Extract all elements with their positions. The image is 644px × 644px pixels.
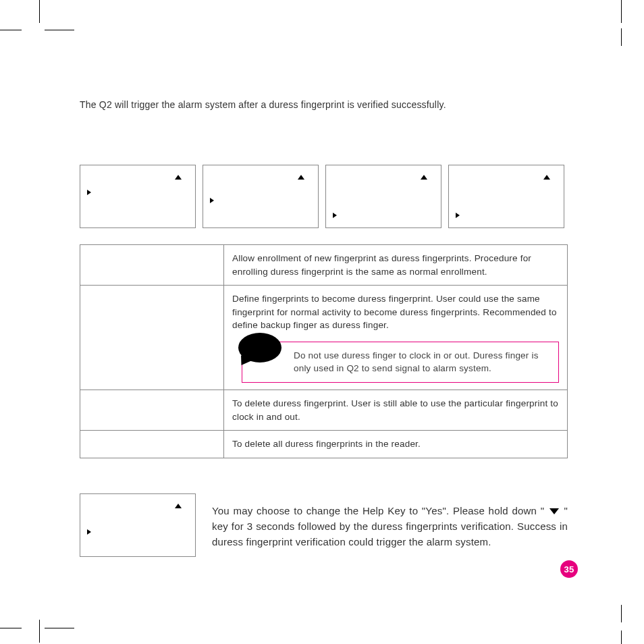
menu-screen-1 [80, 165, 196, 228]
help-key-paragraph: You may choose to change the Help Key to… [212, 493, 568, 550]
row-label [80, 245, 224, 286]
menu-screen-3 [325, 165, 441, 228]
menu-screens-row [80, 165, 568, 228]
triangle-up-icon [298, 175, 304, 180]
callout-text: Do not use duress finger to clock in or … [294, 350, 539, 374]
help-text-pre: You may choose to change the Help Key to… [212, 505, 548, 516]
row-desc: To delete all duress fingerprints in the… [224, 431, 568, 458]
table-row: To delete all duress fingerprints in the… [80, 431, 568, 458]
triangle-up-icon [543, 175, 550, 180]
speech-bubble-icon [238, 333, 281, 363]
triangle-up-icon [421, 175, 427, 180]
menu-screen-help [80, 493, 196, 557]
lower-section: You may choose to change the Help Key to… [80, 493, 568, 557]
menu-screen-4 [448, 165, 564, 228]
feature-table: Allow enrollment of new fingerprint as d… [80, 244, 568, 458]
row-desc: Define fingerprints to become duress fin… [224, 286, 568, 390]
row-label [80, 431, 224, 458]
triangle-right-icon [87, 529, 91, 535]
triangle-right-icon [87, 190, 91, 195]
triangle-down-icon [549, 508, 559, 514]
intro-paragraph: The Q2 will trigger the alarm system aft… [80, 98, 568, 112]
menu-screen-2 [203, 165, 319, 228]
triangle-up-icon [175, 175, 182, 180]
row-label [80, 286, 224, 390]
warning-callout: Do not use duress finger to clock in or … [242, 342, 559, 383]
triangle-right-icon [210, 198, 214, 203]
row-desc-text: Define fingerprints to become duress fin… [232, 294, 557, 330]
page-number-badge: 35 [560, 560, 578, 578]
row-label [80, 390, 224, 430]
table-row: Allow enrollment of new fingerprint as d… [80, 245, 568, 286]
table-row: To delete duress fingerprint. User is st… [80, 390, 568, 430]
triangle-up-icon [175, 504, 182, 508]
row-desc: Allow enrollment of new fingerprint as d… [224, 245, 568, 286]
triangle-right-icon [456, 213, 460, 218]
row-desc: To delete duress fingerprint. User is st… [224, 390, 568, 430]
triangle-right-icon [333, 213, 337, 218]
table-row: Define fingerprints to become duress fin… [80, 286, 568, 390]
